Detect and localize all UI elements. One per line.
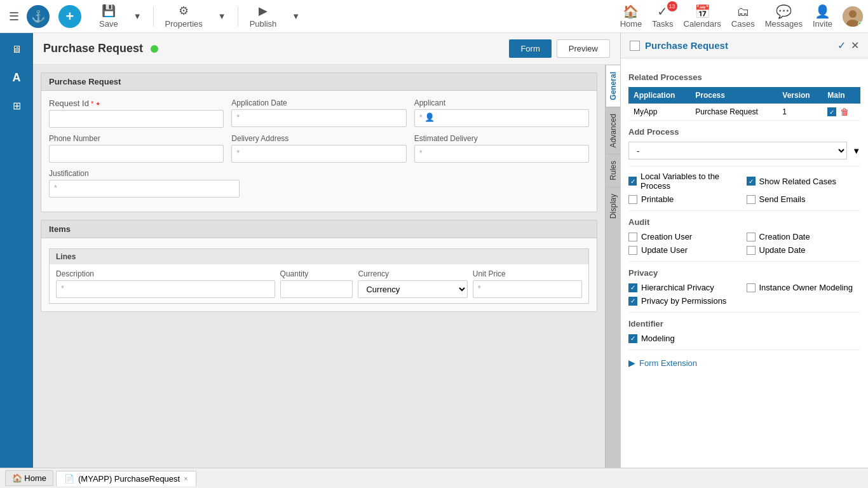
table-row: MyApp Purchase Request 1 ✓ 🗑	[628, 104, 860, 121]
sidebar-layers-icon[interactable]: ⊞	[5, 94, 28, 117]
show-related-cases-checkbox[interactable]	[747, 177, 756, 186]
properties-button[interactable]: ⚙ Properties	[159, 1, 209, 31]
request-id-input[interactable]	[49, 110, 224, 128]
asterisk-icon-3: *	[236, 148, 240, 158]
nav-tasks[interactable]: ✓ 13 Tasks	[652, 4, 673, 29]
asterisk-icon-2: * 👤	[419, 112, 435, 122]
creation-user-item: Creation User	[628, 232, 743, 241]
online-indicator	[858, 22, 863, 27]
home-label: Home	[620, 19, 642, 29]
center-content: Purchase Request Form Preview Purchase R…	[33, 33, 620, 468]
form-extension-row[interactable]: ▶ Form Extension	[628, 355, 860, 370]
home-tab[interactable]: 🏠 Home	[5, 470, 53, 486]
add-button[interactable]: +	[58, 5, 81, 28]
update-date-checkbox[interactable]	[747, 246, 756, 255]
cell-process: Purchase Request	[690, 104, 777, 121]
preview-button[interactable]: Preview	[557, 39, 610, 58]
asterisk-icon-desc: *	[61, 283, 64, 293]
currency-select[interactable]: Currency USD EUR GBP	[358, 280, 467, 298]
publish-dropdown-button[interactable]: ▼	[285, 9, 306, 24]
update-user-checkbox[interactable]	[628, 246, 637, 255]
nav-cases[interactable]: 🗂 Cases	[731, 4, 755, 29]
printable-checkbox[interactable]	[628, 195, 637, 204]
hamburger-button[interactable]: ☰	[5, 6, 23, 27]
nav-left: ☰ ⚓ + 💾 Save ▼ ⚙ Properties ▼ ▶ Publish	[5, 1, 306, 31]
local-vars-checkbox[interactable]	[628, 177, 637, 186]
modeling-checkbox[interactable]	[628, 334, 637, 343]
instance-owner-modeling-checkbox[interactable]	[747, 283, 756, 292]
quantity-input[interactable]	[280, 280, 353, 298]
svg-point-1	[849, 10, 857, 18]
chevron-down-icon-4: ▼	[852, 146, 860, 156]
save-button[interactable]: 💾 Save	[93, 1, 125, 31]
delete-row-icon[interactable]: 🗑	[840, 107, 849, 117]
update-user-item: Update User	[628, 245, 743, 255]
tab-rules[interactable]: Rules	[606, 154, 620, 187]
justification-input[interactable]	[49, 180, 240, 198]
publish-button[interactable]: ▶ Publish	[243, 1, 283, 31]
creation-user-checkbox[interactable]	[628, 233, 637, 241]
asterisk-icon-4: *	[419, 148, 423, 158]
creation-date-checkbox[interactable]	[747, 233, 756, 241]
printable-item: Printable	[628, 194, 743, 204]
hierarchical-privacy-item: Hierarchical Privacy	[628, 283, 743, 292]
asterisk-icon-5: *	[54, 183, 57, 193]
delivery-address-label: Delivery Address	[231, 134, 406, 143]
applicant-input[interactable]	[414, 109, 589, 127]
phone-number-input[interactable]	[49, 145, 224, 163]
tab-general[interactable]: General	[606, 65, 620, 107]
sidebar-monitor-icon[interactable]: 🖥	[5, 38, 28, 61]
hierarchical-privacy-checkbox[interactable]	[628, 283, 637, 292]
publish-label: Publish	[250, 19, 277, 29]
save-dropdown-button[interactable]: ▼	[127, 9, 148, 24]
update-date-label: Update Date	[759, 245, 806, 255]
status-dot	[151, 45, 158, 53]
application-date-input[interactable]	[231, 109, 406, 127]
nav-messages[interactable]: 💬 Messages	[765, 4, 803, 29]
toolbar: 💾 Save ▼ ⚙ Properties ▼ ▶ Publish ▼	[93, 1, 306, 31]
delivery-address-input[interactable]	[231, 145, 406, 163]
nav-calendars[interactable]: 📅 Calendars	[684, 4, 721, 29]
lines-section: Lines Description *	[49, 248, 589, 304]
properties-dropdown-button[interactable]: ▼	[212, 9, 233, 24]
add-process-select[interactable]: -	[628, 142, 847, 159]
description-input[interactable]	[56, 280, 275, 298]
description-field: Description *	[56, 269, 275, 298]
panel-confirm-icon[interactable]: ✓	[837, 39, 846, 51]
panel-actions: ✓ ✕	[837, 39, 859, 51]
panel-close-icon[interactable]: ✕	[851, 39, 859, 51]
quantity-label: Quantity	[280, 269, 353, 278]
form-scroll: Purchase Request Request Id * ✦	[33, 65, 605, 468]
close-tab-icon[interactable]: ×	[184, 475, 187, 482]
home-tab-icon: 🏠	[12, 473, 22, 483]
form-button[interactable]: Form	[509, 39, 551, 58]
main-area: 🖥 A ⊞ Purchase Request Form Preview Purc…	[0, 33, 868, 468]
nav-right: 🏠 Home ✓ 13 Tasks 📅 Calendars 🗂 Cases 💬 …	[620, 4, 863, 29]
estimated-delivery-input[interactable]	[414, 145, 589, 163]
left-sidebar: 🖥 A ⊞	[0, 33, 33, 468]
privacy-by-permissions-checkbox[interactable]	[628, 297, 637, 306]
tab-display[interactable]: Display	[606, 187, 620, 225]
logo-button[interactable]: ⚓	[27, 5, 50, 28]
panel-title-checkbox[interactable]	[630, 41, 640, 51]
unit-price-input[interactable]	[473, 280, 582, 298]
purchaserequest-tab[interactable]: 📄 (MYAPP) PurchaseRequest ×	[56, 471, 196, 486]
send-emails-checkbox[interactable]	[747, 195, 756, 204]
sidebar-font-icon[interactable]: A	[5, 66, 28, 89]
page-title: Purchase Request	[43, 42, 143, 55]
add-process-label: Add Process	[628, 127, 860, 137]
col-version: Version	[777, 87, 822, 104]
main-checkbox-checked[interactable]: ✓	[827, 107, 836, 116]
cell-main: ✓ 🗑	[822, 104, 860, 121]
instance-owner-modeling-item: Instance Owner Modeling	[747, 283, 861, 292]
unit-price-label: Unit Price	[473, 269, 582, 278]
lines-header: Lines	[50, 249, 588, 264]
audit-label: Audit	[628, 217, 860, 227]
nav-home[interactable]: 🏠 Home	[620, 4, 642, 29]
properties-icon: ⚙	[179, 4, 189, 18]
tab-advanced[interactable]: Advanced	[606, 107, 620, 154]
creation-date-label: Creation Date	[759, 232, 810, 241]
applicant-label: Applicant	[414, 98, 589, 107]
nav-invite[interactable]: 👤 Invite	[813, 4, 832, 29]
avatar[interactable]	[843, 6, 863, 27]
